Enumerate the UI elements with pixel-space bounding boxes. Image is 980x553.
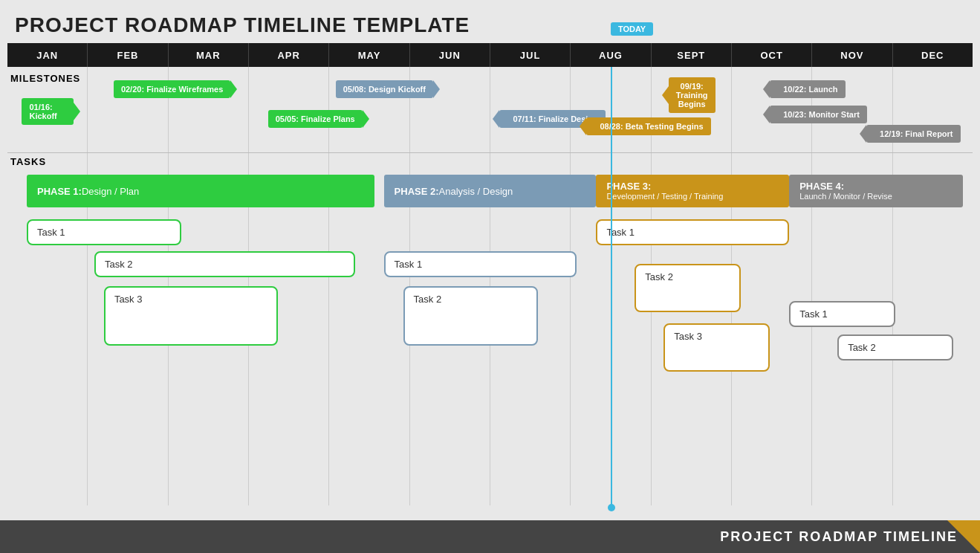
milestone-beta-testing: 08/28: Beta Testing Begins: [586, 117, 710, 135]
month-apr: APR: [249, 43, 329, 67]
phase3-bar: PHASE 3: Development / Testing / Trainin…: [596, 175, 789, 207]
milestone-launch: 10/22: Launch: [770, 80, 845, 98]
month-nov: NOV: [812, 43, 892, 67]
milestone-monitor-start: 10/23: Monitor Start: [770, 106, 867, 123]
phase2-task2: Task 2: [403, 286, 539, 346]
month-jun: JUN: [410, 43, 490, 67]
phase3-task3: Task 3: [663, 323, 770, 372]
phase1-task2: Task 2: [94, 251, 355, 277]
milestone-kickoff: 01/16:Kickoff: [22, 98, 74, 125]
timeline-area: TODAY JAN FEB MAR APR MAY JUN JUL AUG SE…: [7, 43, 973, 520]
milestone-finalize-plans: 05/05: Finalize Plans: [268, 110, 363, 128]
month-oct: OCT: [732, 43, 812, 67]
month-dec: DEC: [893, 43, 973, 67]
phase2-task1: Task 1: [384, 251, 577, 277]
today-line: [611, 67, 612, 505]
milestone-final-report: 12/19: Final Report: [866, 125, 960, 143]
page-title: PROJECT ROADMAP TIMELINE TEMPLATE: [0, 0, 980, 43]
footer-text: PROJECT ROADMAP TIMELINE: [720, 529, 958, 545]
month-jul: JUL: [490, 43, 571, 67]
milestone-training: 09/19:TrainingBegins: [669, 77, 715, 113]
phase4-task1: Task 1: [789, 301, 895, 327]
month-may: MAY: [329, 43, 409, 67]
footer: PROJECT ROADMAP TIMELINE: [0, 520, 980, 553]
month-aug: AUG: [571, 43, 651, 67]
phase3-task1: Task 1: [596, 219, 789, 245]
month-sep: SEPT: [652, 43, 732, 67]
month-feb: FEB: [88, 43, 168, 67]
milestone-design-kickoff: 05/08: Design Kickoff: [336, 80, 433, 98]
milestones-label: MILESTONES: [10, 73, 80, 84]
phase2-bar: PHASE 2: Analysis / Design: [384, 175, 597, 207]
footer-accent: [947, 520, 980, 553]
section-divider: [7, 152, 973, 153]
month-jan: JAN: [7, 43, 88, 67]
phase1-bar: PHASE 1: Design / Plan: [27, 175, 374, 207]
phase1-task1: Task 1: [27, 219, 181, 245]
phase3-task2: Task 2: [635, 264, 741, 312]
month-mar: MAR: [169, 43, 249, 67]
main-container: PROJECT ROADMAP TIMELINE TEMPLATE TODAY …: [0, 0, 980, 553]
content-area: MILESTONES 01/16:Kickoff 02/20: Finalize…: [7, 67, 973, 505]
today-badge: TODAY: [611, 22, 653, 36]
tasks-label: TASKS: [10, 156, 46, 167]
phase4-bar: PHASE 4: Launch / Monitor / Revise: [789, 175, 963, 207]
phase1-task3: Task 3: [104, 286, 278, 346]
phase4-task2: Task 2: [837, 334, 953, 360]
month-row: TODAY JAN FEB MAR APR MAY JUN JUL AUG SE…: [7, 43, 973, 67]
today-label-area: TODAY: [611, 22, 653, 36]
milestone-wireframes: 02/20: Finalize Wireframes: [114, 80, 230, 98]
